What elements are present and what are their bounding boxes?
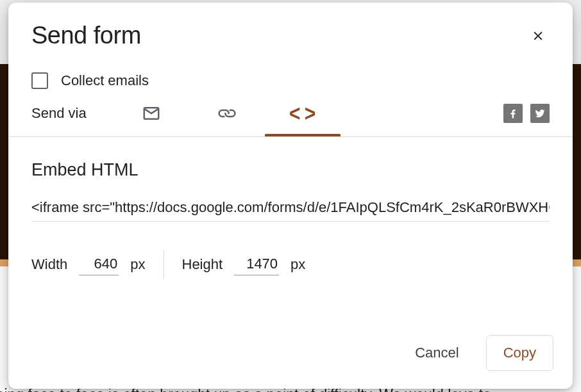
dialog-header: Send form <box>8 3 573 57</box>
height-group: Height px <box>182 254 306 275</box>
send-form-dialog: Send form Collect emails Send via <box>8 3 573 389</box>
collect-emails-label: Collect emails <box>61 72 149 89</box>
tab-link[interactable] <box>196 101 258 126</box>
send-via-label: Send via <box>31 105 87 122</box>
dialog-actions: Cancel Copy <box>8 322 573 389</box>
cancel-button[interactable]: Cancel <box>398 335 475 371</box>
tab-email[interactable] <box>120 101 183 126</box>
collect-emails-row: Collect emails <box>8 57 573 101</box>
embed-code-field[interactable] <box>31 195 550 222</box>
close-icon <box>531 29 545 43</box>
width-group: Width px <box>31 254 146 275</box>
copy-button[interactable]: Copy <box>486 335 553 371</box>
width-input[interactable] <box>79 254 119 275</box>
link-icon <box>217 104 237 123</box>
dimensions-row: Width px Height px <box>31 250 550 279</box>
facebook-icon <box>507 108 519 119</box>
section-title: Embed HTML <box>31 160 550 180</box>
height-unit: px <box>290 256 305 273</box>
code-icon: <> <box>289 102 316 125</box>
email-icon <box>142 104 161 123</box>
close-button[interactable] <box>526 24 550 47</box>
embed-section: Embed HTML Width px Height px <box>8 137 573 279</box>
share-facebook-button[interactable] <box>503 104 523 123</box>
dialog-title: Send form <box>31 22 141 49</box>
tab-active-indicator <box>265 134 341 136</box>
width-label: Width <box>31 256 67 273</box>
height-input[interactable] <box>234 254 279 275</box>
send-via-row: Send via <> <box>8 101 573 136</box>
tab-embed[interactable]: <> <box>271 101 334 126</box>
send-via-tabs: <> <box>120 101 334 126</box>
width-unit: px <box>130 256 145 273</box>
social-share <box>503 104 550 123</box>
collect-emails-checkbox[interactable] <box>31 72 48 89</box>
height-label: Height <box>182 256 223 273</box>
twitter-icon <box>534 108 546 119</box>
vertical-separator <box>164 250 164 279</box>
share-twitter-button[interactable] <box>530 104 550 123</box>
